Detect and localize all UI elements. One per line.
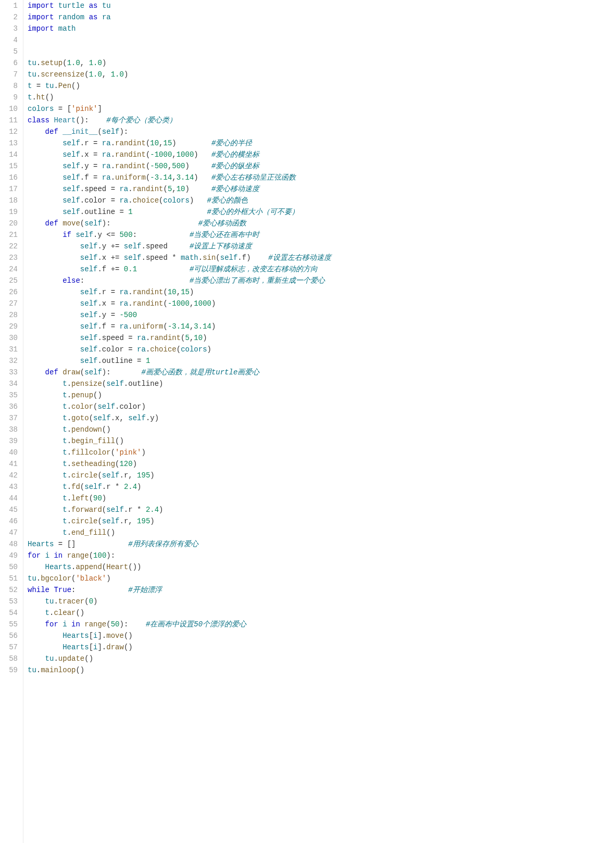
code-line[interactable]: def draw(self): #画爱心函数，就是用turtle画爱心 (28, 367, 612, 378)
code-line[interactable]: self.r = ra.randint(10,15) #爱心的半径 (28, 137, 612, 149)
line-number: 34 (3, 378, 18, 389)
code-line[interactable]: for i in range(100): (28, 550, 612, 561)
line-number: 25 (3, 275, 18, 286)
line-number: 47 (3, 527, 18, 538)
code-line[interactable]: if self.y <= 500: #当爱心还在画布中时 (28, 229, 612, 241)
line-number: 46 (3, 515, 18, 527)
line-number: 4 (3, 34, 18, 46)
code-line[interactable]: colors = ['pink'] (28, 103, 612, 115)
code-line[interactable]: self.outline = 1 #爱心的外框大小（可不要） (28, 206, 612, 218)
line-number: 48 (3, 538, 18, 550)
code-line[interactable]: tu.bgcolor('black') (28, 573, 612, 584)
line-number: 45 (3, 504, 18, 515)
code-line[interactable]: t.clear() (28, 607, 612, 619)
code-line[interactable]: t.fillcolor('pink') (28, 447, 612, 458)
code-line[interactable]: for i in range(50): #在画布中设置50个漂浮的爱心 (28, 619, 612, 630)
line-number: 53 (3, 596, 18, 607)
line-number: 2 (3, 11, 18, 23)
code-line[interactable]: t.setheading(120) (28, 458, 612, 470)
code-line[interactable]: t.pensize(self.outline) (28, 378, 612, 389)
line-number: 32 (3, 355, 18, 367)
code-line[interactable]: def move(self): #爱心移动函数 (28, 218, 612, 229)
code-line[interactable]: import random as ra (28, 11, 612, 23)
code-line[interactable]: t.end_fill() (28, 527, 612, 538)
code-line[interactable]: import turtle as tu (28, 0, 612, 11)
code-line[interactable]: self.outline = 1 (28, 355, 612, 367)
line-number: 14 (3, 149, 18, 160)
line-number: 41 (3, 458, 18, 470)
code-line[interactable]: tu.setup(1.0, 1.0) (28, 57, 612, 69)
code-line[interactable]: t.color(self.color) (28, 401, 612, 412)
line-number: 33 (3, 367, 18, 378)
code-line[interactable]: t.pendown() (28, 424, 612, 435)
code-line[interactable]: self.y += self.speed #设置上下移动速度 (28, 241, 612, 252)
code-line[interactable]: tu.update() (28, 653, 612, 664)
code-line[interactable] (28, 34, 612, 46)
line-number: 20 (3, 218, 18, 229)
line-number: 8 (3, 80, 18, 92)
code-area[interactable]: import turtle as tuimport random as raim… (23, 0, 616, 843)
line-number: 9 (3, 92, 18, 103)
code-line[interactable]: self.color = ra.choice(colors) #爱心的颜色 (28, 195, 612, 206)
code-line[interactable]: t.fd(self.r * 2.4) (28, 481, 612, 493)
code-line[interactable]: self.f = ra.uniform(-3.14,3.14) (28, 321, 612, 332)
line-number: 52 (3, 584, 18, 596)
code-line[interactable]: self.speed = ra.randint(5,10) #爱心移动速度 (28, 183, 612, 195)
code-line[interactable]: else: #当爱心漂出了画布时，重新生成一个爱心 (28, 275, 612, 286)
line-number: 56 (3, 630, 18, 641)
code-line[interactable]: self.r = ra.randint(10,15) (28, 286, 612, 298)
code-line[interactable]: Hearts[i].move() (28, 630, 612, 641)
code-line[interactable]: class Heart(): #每个爱心（爱心类） (28, 115, 612, 126)
code-line[interactable]: self.y = ra.randint(-500,500) #爱心的纵坐标 (28, 160, 612, 172)
code-line[interactable]: self.speed = ra.randint(5,10) (28, 332, 612, 344)
code-line[interactable]: t.circle(self.r, 195) (28, 470, 612, 481)
code-line[interactable]: t = tu.Pen() (28, 80, 612, 92)
code-editor: 1234567891011121314151617181920212223242… (0, 0, 616, 843)
code-line[interactable]: t.left(90) (28, 493, 612, 504)
code-line[interactable]: tu.mainloop() (28, 664, 612, 676)
line-number: 16 (3, 172, 18, 183)
line-number: 28 (3, 309, 18, 321)
line-number: 58 (3, 653, 18, 664)
code-line[interactable]: t.penup() (28, 389, 612, 401)
line-number: 55 (3, 619, 18, 630)
code-line[interactable]: self.y = -500 (28, 309, 612, 321)
code-line[interactable]: t.begin_fill() (28, 435, 612, 447)
code-line[interactable]: self.f = ra.uniform(-3.14,3.14) #爱心左右移动呈… (28, 172, 612, 183)
code-line[interactable]: tu.screensize(1.0, 1.0) (28, 69, 612, 80)
line-number: 27 (3, 298, 18, 309)
code-line[interactable]: self.x = ra.randint(-1000,1000) #爱心的横坐标 (28, 149, 612, 160)
line-number: 21 (3, 229, 18, 241)
code-line[interactable]: t.goto(self.x, self.y) (28, 412, 612, 424)
code-line[interactable]: self.f += 0.1 #可以理解成标志，改变左右移动的方向 (28, 263, 612, 275)
code-line[interactable]: t.circle(self.r, 195) (28, 515, 612, 527)
line-number: 49 (3, 550, 18, 561)
code-line[interactable]: Hearts[i].draw() (28, 641, 612, 653)
line-number: 17 (3, 183, 18, 195)
code-line[interactable]: self.x = ra.randint(-1000,1000) (28, 298, 612, 309)
line-number: 11 (3, 115, 18, 126)
line-number: 6 (3, 57, 18, 69)
line-number: 24 (3, 263, 18, 275)
line-number: 57 (3, 641, 18, 653)
code-line[interactable]: Hearts.append(Heart()) (28, 561, 612, 573)
line-number: 29 (3, 321, 18, 332)
line-number: 10 (3, 103, 18, 115)
code-line[interactable]: tu.tracer(0) (28, 596, 612, 607)
code-line[interactable]: while True: #开始漂浮 (28, 584, 612, 596)
code-line[interactable]: t.ht() (28, 92, 612, 103)
code-line[interactable]: t.forward(self.r * 2.4) (28, 504, 612, 515)
code-line[interactable]: import math (28, 23, 612, 34)
line-number: 37 (3, 412, 18, 424)
code-line[interactable]: self.color = ra.choice(colors) (28, 344, 612, 355)
line-number: 5 (3, 46, 18, 57)
line-number: 38 (3, 424, 18, 435)
line-number: 1 (3, 0, 18, 11)
code-line[interactable] (28, 46, 612, 57)
code-line[interactable]: def __init__(self): (28, 126, 612, 137)
code-line[interactable]: Hearts = [] #用列表保存所有爱心 (28, 538, 612, 550)
line-number: 7 (3, 69, 18, 80)
code-line[interactable]: self.x += self.speed * math.sin(self.f) … (28, 252, 612, 263)
line-number-gutter: 1234567891011121314151617181920212223242… (0, 0, 23, 843)
line-number: 42 (3, 470, 18, 481)
